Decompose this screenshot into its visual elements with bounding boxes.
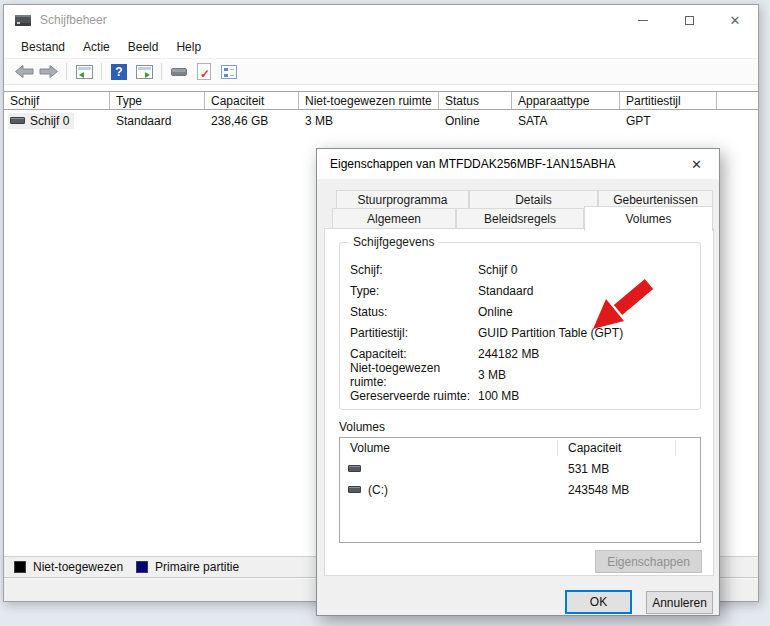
disk-table-header: Schijf Type Capaciteit Niet-toegewezen r… — [4, 91, 758, 110]
toolbar-separator — [161, 63, 162, 80]
tab-volumes[interactable]: Volumes — [584, 206, 713, 231]
disk-tool-button[interactable] — [168, 61, 190, 83]
column-header-empty — [717, 92, 758, 109]
column-header-partitiestijl[interactable]: Partitiestijl — [620, 92, 717, 109]
cell-niet-toegewezen: 3 MB — [299, 114, 439, 128]
volume-capacity: 531 MB — [558, 462, 676, 476]
caption-buttons: ✕ — [620, 5, 758, 35]
tab-algemeen[interactable]: Algemeen — [332, 208, 456, 229]
minimize-icon — [638, 20, 648, 21]
tab-beleidsregels[interactable]: Beleidsregels — [456, 208, 584, 229]
cell-apparaattype: SATA — [512, 114, 620, 128]
toolbar-separator — [101, 63, 102, 80]
title-bar: Schijfbeheer ✕ — [4, 5, 758, 35]
disk-icon — [10, 117, 25, 124]
back-arrow-icon — [14, 64, 34, 79]
table-row-disk0[interactable]: Schijf 0 Standaard 238,46 GB 3 MB Online… — [4, 110, 758, 131]
menu-bar: Bestand Actie Beeld Help — [4, 35, 758, 58]
volumes-column-capaciteit[interactable]: Capaciteit — [558, 440, 676, 456]
unallocated-label: Niet-toegewezen — [33, 560, 123, 574]
cell-schijf: Schijf 0 — [4, 113, 110, 129]
volume-icon — [348, 465, 361, 472]
close-icon: ✕ — [730, 14, 741, 27]
volume-capacity: 243548 MB — [558, 483, 676, 497]
help-icon: ? — [111, 64, 127, 80]
menu-actie[interactable]: Actie — [74, 37, 119, 57]
field-value: Schijf 0 — [478, 263, 517, 277]
field-gereserveerde-ruimte: Gereserveerde ruimte: 100 MB — [350, 385, 692, 406]
primary-partition-swatch — [136, 561, 148, 573]
check-document-button[interactable]: ✓ — [193, 61, 215, 83]
field-niet-toegewezen-ruimte: Niet-toegewezen ruimte: 3 MB — [350, 364, 692, 385]
cell-status: Online — [439, 114, 512, 128]
close-icon: ✕ — [691, 157, 702, 172]
cell-type: Standaard — [110, 114, 205, 128]
volumes-list-header: Volume Capaciteit — [340, 438, 700, 458]
properties-dialog: Eigenschappen van MTFDDAK256MBF-1AN15ABH… — [316, 148, 720, 616]
disk-tool-icon — [171, 68, 187, 76]
window-title: Schijfbeheer — [40, 13, 107, 27]
primary-partition-label: Primaire partitie — [155, 560, 239, 574]
disk-name: Schijf 0 — [30, 114, 69, 128]
field-value: 100 MB — [478, 389, 519, 403]
volume-icon — [348, 486, 361, 493]
cell-capaciteit: 238,46 GB — [205, 114, 299, 128]
toolbar: ? ✓ — [4, 58, 758, 85]
menu-bestand[interactable]: Bestand — [12, 37, 74, 57]
show-action-pane-button[interactable] — [133, 61, 155, 83]
dialog-title: Eigenschappen van MTFDDAK256MBF-1AN15ABH… — [330, 157, 615, 171]
cell-partitiestijl: GPT — [620, 114, 717, 128]
field-value: Online — [478, 305, 513, 319]
check-document-icon: ✓ — [197, 63, 211, 80]
disk-drive-icon — [15, 15, 31, 26]
maximize-icon — [685, 16, 694, 25]
action-pane-icon — [136, 65, 153, 79]
column-header-apparaattype[interactable]: Apparaattype — [512, 92, 620, 109]
forward-button[interactable] — [38, 61, 60, 83]
volumes-list: Volume Capaciteit 531 MB (C:) 243548 MB — [339, 437, 701, 543]
column-header-schijf[interactable]: Schijf — [4, 92, 110, 109]
show-console-tree-button[interactable] — [73, 61, 95, 83]
back-button[interactable] — [13, 61, 35, 83]
column-header-capaciteit[interactable]: Capaciteit — [205, 92, 299, 109]
field-value: 244182 MB — [478, 347, 539, 361]
close-button[interactable]: ✕ — [712, 5, 758, 35]
volume-row-system[interactable]: 531 MB — [340, 458, 700, 479]
field-value: 3 MB — [478, 368, 506, 382]
maximize-button[interactable] — [666, 5, 712, 35]
column-header-status[interactable]: Status — [439, 92, 512, 109]
menu-beeld[interactable]: Beeld — [119, 37, 168, 57]
tab-stuurprogramma[interactable]: Stuurprogramma — [336, 190, 469, 209]
unallocated-swatch — [14, 561, 26, 573]
tab-row-front: Algemeen Beleidsregels Volumes — [332, 208, 713, 229]
options-list-button[interactable] — [218, 61, 240, 83]
minimize-button[interactable] — [620, 5, 666, 35]
volume-name: (C:) — [368, 483, 388, 497]
red-arrow-annotation — [585, 277, 665, 341]
forward-arrow-icon — [39, 64, 59, 79]
options-list-icon — [221, 65, 237, 79]
cancel-button[interactable]: Annuleren — [646, 591, 713, 614]
volumes-column-volume[interactable]: Volume — [340, 440, 558, 456]
console-tree-icon — [76, 65, 93, 79]
help-button[interactable]: ? — [108, 61, 130, 83]
dialog-title-bar: Eigenschappen van MTFDDAK256MBF-1AN15ABH… — [317, 149, 719, 179]
column-header-type[interactable]: Type — [110, 92, 205, 109]
column-header-niet-toegewezen[interactable]: Niet-toegewezen ruimte — [299, 92, 439, 109]
groupbox-title: Schijfgegevens — [349, 235, 438, 249]
field-value: Standaard — [478, 284, 533, 298]
toolbar-separator — [66, 63, 67, 80]
eigenschappen-button[interactable]: Eigenschappen — [595, 550, 702, 573]
volumes-section-label: Volumes — [339, 420, 385, 434]
tab-details[interactable]: Details — [469, 190, 598, 209]
ok-button[interactable]: OK — [565, 590, 632, 614]
dialog-close-button[interactable]: ✕ — [674, 149, 719, 179]
menu-help[interactable]: Help — [167, 37, 210, 57]
volume-row-c[interactable]: (C:) 243548 MB — [340, 479, 700, 500]
